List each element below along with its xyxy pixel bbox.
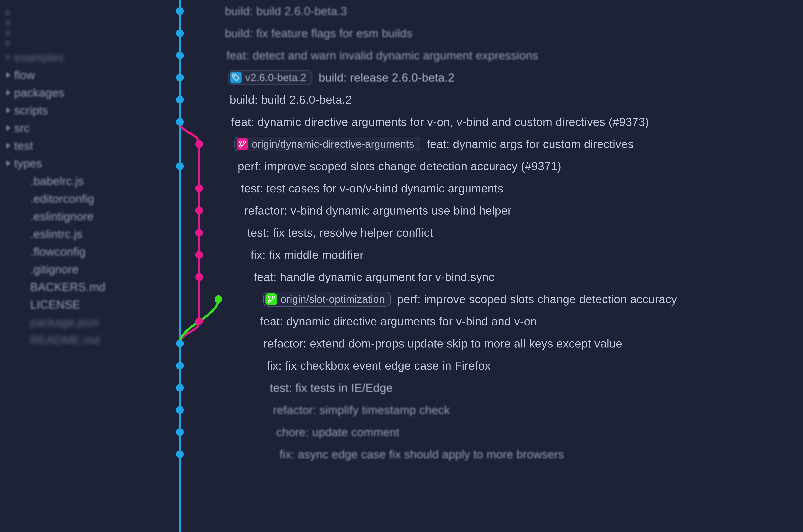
commit-row[interactable]: build: build 2.6.0-beta.2 [160, 89, 803, 111]
commit-message: feat: dynamic directive arguments for v-… [260, 315, 537, 328]
tree-item-label: BACKERS.md [30, 280, 106, 293]
file-item[interactable]: .gitignore [0, 263, 160, 276]
chevron-right-icon [6, 108, 10, 113]
commit-message: build: fix feature flags for esm builds [225, 27, 413, 40]
tree-item-label: examples [14, 51, 64, 64]
chevron-right-icon [6, 40, 10, 46]
commit-message: refactor: extend dom-props update skip t… [263, 337, 622, 350]
file-item[interactable]: .editorconfig [0, 192, 160, 205]
commit-message: feat: dynamic args for custom directives [427, 137, 634, 151]
folder-item[interactable]: packages [0, 86, 160, 99]
chevron-right-icon [6, 30, 10, 36]
commit-message: feat: dynamic directive arguments for v-… [231, 115, 649, 129]
commit-row[interactable]: chore: update comment [160, 421, 803, 443]
chevron-right-icon [6, 20, 10, 26]
commit-row[interactable]: refactor: v-bind dynamic arguments use b… [160, 200, 803, 222]
commit-message: fix: async edge case fix should apply to… [280, 448, 564, 461]
tree-item-label: src [14, 121, 30, 135]
commit-row[interactable]: feat: dynamic directive arguments for v-… [160, 111, 803, 133]
commit-row[interactable]: feat: detect and warn invalid dynamic ar… [160, 44, 803, 66]
git-branch-icon [266, 293, 277, 305]
badge-label: origin/slot-optimization [281, 293, 385, 305]
chevron-right-icon [6, 54, 10, 60]
tree-item-label: LICENSE [30, 298, 80, 311]
commit-row[interactable]: fix: async edge case fix should apply to… [160, 443, 803, 466]
commit-row[interactable]: build: build 2.6.0-beta.3 [160, 0, 803, 22]
tree-item-label: flow [14, 69, 35, 81]
file-item[interactable]: .eslintrc.js [0, 227, 160, 241]
tree-item-label: test [14, 139, 33, 152]
commit-row[interactable]: test: fix tests in IE/Edge [160, 377, 803, 399]
commit-message: test: test cases for v-on/v-bind dynamic… [241, 182, 503, 195]
tree-item-label: scripts [14, 104, 48, 117]
tag-icon [230, 72, 242, 83]
folder-item[interactable]: src [0, 121, 160, 135]
chevron-right-icon [6, 160, 10, 166]
commit-row[interactable]: fix: fix middle modifier [160, 244, 803, 266]
commit-row[interactable]: refactor: simplify timestamp check [160, 399, 803, 421]
commit-message: feat: handle dynamic argument for v-bind… [254, 270, 495, 284]
commit-message: build: build 2.6.0-beta.3 [225, 4, 347, 18]
commit-message: test: fix tests in IE/Edge [270, 381, 393, 394]
commit-message: fix: fix checkbox event edge case in Fir… [267, 359, 491, 372]
tree-item-label: .editorconfig [30, 192, 94, 205]
tree-item-label: package.json [30, 316, 99, 329]
folder-item[interactable]: test [0, 139, 160, 152]
tree-item-label: .eslintrc.js [30, 227, 82, 241]
folder-item[interactable] [0, 40, 160, 46]
folder-item[interactable]: types [0, 157, 160, 170]
folder-item[interactable] [0, 30, 160, 36]
file-item[interactable]: LICENSE [0, 298, 160, 311]
branch-badge[interactable]: origin/slot-optimization [263, 292, 391, 307]
commit-row[interactable]: test: test cases for v-on/v-bind dynamic… [160, 177, 803, 200]
tree-item-label: types [14, 157, 42, 170]
branch-badge[interactable]: origin/dynamic-directive-arguments [234, 137, 420, 151]
commit-message: feat: detect and warn invalid dynamic ar… [226, 49, 538, 62]
commit-row[interactable]: refactor: extend dom-props update skip t… [160, 332, 803, 355]
commit-row[interactable]: origin/dynamic-directive-argumentsfeat: … [160, 133, 803, 155]
commit-row[interactable]: fix: fix checkbox event edge case in Fir… [160, 355, 803, 377]
commit-message: chore: update comment [276, 425, 399, 439]
file-item[interactable]: package.json [0, 316, 160, 329]
chevron-right-icon [6, 143, 10, 149]
commit-row[interactable]: feat: dynamic directive arguments for v-… [160, 310, 803, 332]
badge-label: v2.6.0-beta.2 [245, 72, 306, 83]
commit-row[interactable]: origin/slot-optimizationperf: improve sc… [160, 288, 803, 310]
folder-item[interactable]: examples [0, 51, 160, 64]
file-item[interactable]: README.md [0, 334, 160, 346]
tree-item-label: .babelrc.js [30, 174, 84, 188]
file-item[interactable]: BACKERS.md [0, 280, 160, 293]
commit-message: test: fix tests, resolve helper conflict [247, 226, 433, 239]
chevron-right-icon [6, 72, 10, 78]
tree-item-label: .gitignore [30, 263, 78, 276]
folder-item[interactable]: flow [0, 69, 160, 81]
commit-message: build: release 2.6.0-beta.2 [319, 71, 455, 84]
chevron-right-icon [6, 125, 10, 131]
tree-item-label: .eslintignore [30, 210, 94, 223]
chevron-right-icon [6, 10, 10, 15]
commit-message: perf: improve scoped slots change detect… [238, 159, 561, 173]
folder-item[interactable] [0, 10, 160, 15]
commit-message: fix: fix middle modifier [251, 248, 364, 262]
tree-item-label: README.md [30, 334, 100, 346]
file-item[interactable]: .eslintignore [0, 210, 160, 223]
file-tree[interactable]: examplesflowpackagesscriptssrctesttypes.… [0, 0, 160, 532]
commit-message: refactor: simplify timestamp check [273, 403, 450, 417]
tag-badge[interactable]: v2.6.0-beta.2 [228, 70, 312, 85]
file-item[interactable]: .babelrc.js [0, 174, 160, 188]
commit-message: refactor: v-bind dynamic arguments use b… [244, 204, 512, 217]
tree-item-label: .flowconfig [30, 245, 86, 258]
commit-row[interactable]: v2.6.0-beta.2build: release 2.6.0-beta.2 [160, 66, 803, 89]
git-graph-panel[interactable]: build: build 2.6.0-beta.3build: fix feat… [160, 0, 803, 532]
commit-row[interactable]: feat: handle dynamic argument for v-bind… [160, 266, 803, 288]
git-branch-icon [236, 138, 248, 150]
commit-row[interactable]: build: fix feature flags for esm builds [160, 22, 803, 44]
commit-message: build: build 2.6.0-beta.2 [230, 93, 352, 106]
commit-row[interactable]: perf: improve scoped slots change detect… [160, 155, 803, 177]
badge-label: origin/dynamic-directive-arguments [252, 138, 414, 150]
folder-item[interactable]: scripts [0, 104, 160, 117]
commit-message: perf: improve scoped slots change detect… [397, 292, 677, 306]
commit-row[interactable]: test: fix tests, resolve helper conflict [160, 222, 803, 244]
file-item[interactable]: .flowconfig [0, 245, 160, 258]
folder-item[interactable] [0, 20, 160, 26]
